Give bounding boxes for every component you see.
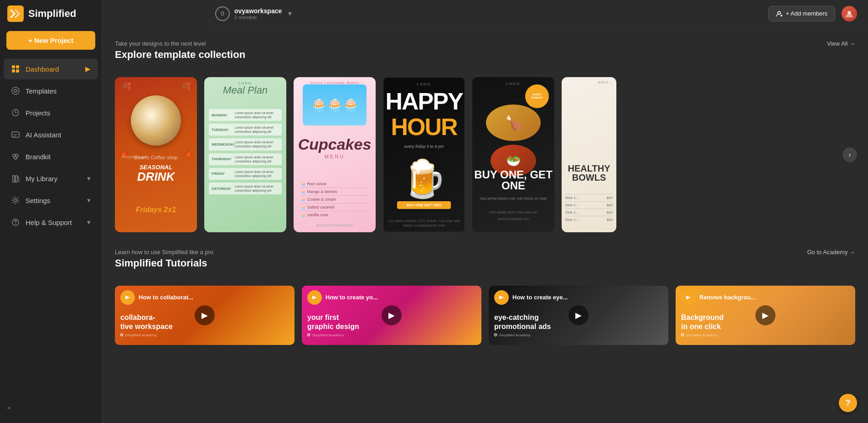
tutorial-top-1: How to collaborat... (120, 290, 193, 305)
tutorials-title: Simplified Tutorials (115, 257, 213, 269)
templates-scroll-next[interactable]: › (842, 147, 857, 162)
app-name: Simplified (28, 8, 76, 20)
hh-time-text: every friday 5 to 9 pm (383, 144, 465, 149)
play-button-2[interactable]: ▶ (382, 305, 402, 325)
sidebar-item-help-support[interactable]: Help & Support ▾ (4, 212, 98, 233)
add-members-button[interactable]: + Add members (768, 6, 835, 21)
pumpkin-latte-caption: Pumpkin Latte (121, 155, 148, 159)
meal-monday: MONDAY Lorem ipsum dolor sit amet consec… (209, 109, 282, 121)
sidebar-item-ai-assistant[interactable]: AI Assistant (4, 124, 98, 145)
tutorials-section-header: Learn how to use Simplified like a pro S… (115, 249, 855, 278)
tutorial-card-collaborate[interactable]: How to collaborat... collabora-tive work… (115, 286, 294, 345)
template-card-bogo[interactable]: LOGO EVERYMONDAY 🍗 🥗 BUY ONE, GET ONE T (472, 77, 554, 232)
templates-icon (11, 86, 20, 95)
play-button-4[interactable]: ▶ (755, 305, 775, 325)
cupcake-image: 🧁🧁🧁 (294, 84, 376, 125)
sidebar-item-dashboard[interactable]: Dashboard ▶ (4, 58, 98, 79)
tutorial-subtitle-3: eye-catchingpromotional ads 🅢 Simplified… (494, 313, 551, 340)
sidebar-item-my-library[interactable]: My Library ▾ (4, 168, 98, 189)
sidebar-item-projects[interactable]: Projects (4, 102, 98, 123)
brandkit-icon (11, 152, 20, 161)
template-card-meal-plan[interactable]: LOGO Meal Plan MONDAY Lorem ipsum dolor … (204, 77, 286, 232)
svg-point-12 (14, 199, 17, 202)
settings-icon (11, 196, 20, 205)
template-card-cupcakes[interactable]: Gina's Lemonade Bakes Cupcakes MENU 🧁 Re… (294, 77, 376, 232)
tutorial-card-remove-bg[interactable]: Remove backgrou... Backgroundin one clic… (676, 286, 855, 345)
tutorials-grid: How to collaborat... collabora-tive work… (115, 286, 855, 345)
help-support-chevron: ▾ (87, 218, 91, 226)
templates-grid: 🍂 🍂 🍁 🍁 Bean's Coffee shop SEASONAL DRIN… (115, 77, 855, 232)
workspace-dropdown-chevron[interactable]: ▾ (288, 9, 292, 18)
svg-point-5 (12, 87, 19, 94)
tutorial-card-eye-catching[interactable]: How to create eye... eye-catchingpromoti… (489, 286, 668, 345)
dashboard-label: Dashboard (26, 65, 59, 73)
meal-saturday: SATURDAY Lorem ipsum dolor sit amet cons… (209, 183, 282, 194)
templates-scroll-wrapper: 🍂 🍂 🍁 🍁 Bean's Coffee shop SEASONAL DRIN… (115, 77, 855, 232)
tutorial-subtitle-2: your firstgraphic design 🅢 Simplified Ac… (307, 313, 359, 340)
cupcake-handle: @GinasHomemadeBakes (294, 224, 376, 227)
content-area: Take your designs to the next level Expl… (102, 27, 868, 358)
add-members-label: + Add members (786, 10, 827, 17)
bogo-contact: FOR MORE INFO +000-0000-000 (476, 211, 551, 214)
tutorial-top-3: How to create eye... (494, 290, 568, 305)
svg-point-14 (15, 224, 16, 225)
play-button-1[interactable]: ▶ (195, 305, 215, 325)
sidebar: Simplified + New Project Dashboard ▶ Tem… (0, 0, 102, 423)
hh-hour-text: HOUR (383, 115, 465, 139)
bogo-website: www.yourwebsite.com (476, 217, 551, 220)
top-bar: 0 ovyaworkspace 1 member ▾ + Add members (204, 0, 868, 27)
hh-happy-text: HAPPY (383, 89, 465, 113)
new-project-button[interactable]: + New Project (6, 31, 95, 50)
projects-label: Projects (26, 109, 50, 117)
template-card-healthy-bowls[interactable]: BREA... HEALTHYBOWLS Dish 1...$20 Dish 1… (562, 77, 616, 232)
ai-assistant-icon (11, 130, 20, 139)
leaf-deco-2: 🍂 (181, 81, 191, 91)
cupcake-menu-header: Cupcakes MENU (294, 136, 376, 159)
workspace-info: 0 ovyaworkspace 1 member ▾ (215, 6, 292, 21)
template-card-pumpkin-latte[interactable]: 🍂 🍂 🍁 🍁 Bean's Coffee shop SEASONAL DRIN… (115, 77, 197, 232)
svg-point-11 (14, 157, 17, 159)
my-library-icon (11, 174, 20, 183)
collapse-sidebar-button[interactable]: « (0, 400, 102, 416)
meal-plan-rows: MONDAY Lorem ipsum dolor sit amet consec… (209, 109, 282, 228)
healthy-menu-rows: Dish 1...$20 Dish 1...$20 Dish 1...$20 D… (565, 194, 613, 223)
templates-title: Explore template collection (115, 49, 245, 61)
healthy-brea-text: BREA... (565, 81, 613, 84)
svg-point-15 (778, 11, 780, 14)
workspace-members: 1 member (234, 15, 282, 20)
healthy-title: HEALTHYBOWLS (563, 164, 615, 182)
tutorials-section: Learn how to use Simplified like a pro S… (115, 249, 855, 345)
hh-address: 123, MAIN STREET, CITY, STATE, +123 4567… (383, 219, 465, 223)
help-fab-label: ? (846, 398, 851, 408)
my-library-label: My Library (26, 175, 57, 183)
view-all-link[interactable]: View All → (827, 40, 855, 47)
settings-label: Settings (26, 197, 50, 204)
latte-cup-image (131, 95, 181, 146)
sidebar-item-templates[interactable]: Templates (4, 80, 98, 101)
svg-rect-1 (12, 65, 15, 68)
tutorial-subtitle-1: collabora-tive workspace 🅢 Simplified Ac… (120, 313, 173, 340)
svg-rect-2 (16, 65, 19, 68)
tutorial-card-create[interactable]: How to create yo... your firstgraphic de… (302, 286, 481, 345)
tutorial-title-4: Remove backgrou... (699, 294, 756, 302)
app-logo: Simplified (0, 0, 102, 27)
tutorial-logo-2 (307, 290, 322, 305)
ai-assistant-label: AI Assistant (26, 131, 61, 139)
svg-point-6 (14, 89, 17, 92)
sidebar-item-settings[interactable]: Settings ▾ (4, 190, 98, 211)
user-avatar[interactable] (842, 6, 857, 21)
tutorial-logo-1 (120, 290, 135, 305)
play-button-3[interactable]: ▶ (568, 305, 589, 325)
collapse-icon: « (7, 404, 10, 411)
templates-section-titles: Take your designs to the next level Expl… (115, 40, 245, 70)
workspace-details: ovyaworkspace 1 member (234, 7, 282, 20)
sidebar-item-brandkit[interactable]: Brandkit (4, 146, 98, 167)
my-library-chevron: ▾ (87, 174, 91, 183)
go-to-academy-link[interactable]: Go to Academy → (807, 249, 856, 256)
seasonal-drink-label: SEASONAL DRINK (115, 164, 197, 183)
template-card-happy-hour[interactable]: LOGO HAPPY HOUR every friday 5 to 9 pm 🍺… (383, 77, 465, 232)
projects-icon (11, 108, 20, 117)
help-fab-button[interactable]: ? (839, 394, 857, 412)
bogo-food-images: 🍗 🥗 (472, 104, 554, 177)
fridays-label: Fridays 2x1 (115, 206, 197, 214)
